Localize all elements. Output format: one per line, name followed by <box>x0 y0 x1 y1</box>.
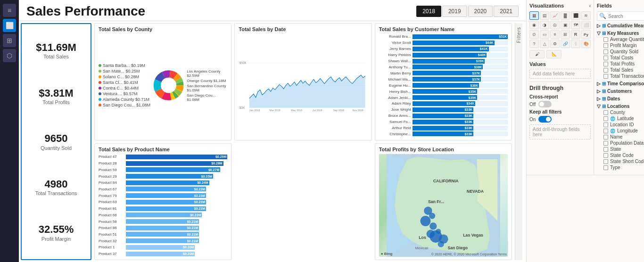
values-drop-zone[interactable]: Add data fields here <box>529 69 591 79</box>
field-longitude[interactable]: 🌐Longitude <box>603 128 644 134</box>
viz-icon-donut[interactable]: ◎ <box>550 21 560 29</box>
field-group-key-header[interactable]: ▽ ⊞ Key Measures <box>597 30 644 36</box>
viz-icon-py[interactable]: Py <box>581 30 591 39</box>
viz-icon-line[interactable]: 📈 <box>550 11 560 20</box>
field-qty-sold[interactable]: Quantity Sold <box>603 49 644 55</box>
field-state[interactable]: State <box>603 146 644 152</box>
drill-drop-zone[interactable]: Add drill-through fields here <box>529 124 591 139</box>
field-total-costs[interactable]: Total Costs <box>603 55 644 61</box>
viz-icon-area[interactable]: ▓ <box>561 11 570 20</box>
svg-text:Las Vegas: Las Vegas <box>463 232 483 237</box>
viz-icon-map[interactable]: 🗺 <box>571 21 580 29</box>
viz-icon-stacked[interactable]: ⬛ <box>571 11 580 20</box>
nav-icon-data[interactable]: ⊞ <box>3 34 16 47</box>
field-type[interactable]: Type <box>603 164 644 171</box>
viz-icon-bar[interactable]: ▦ <box>529 11 539 20</box>
page-header: Sales Performance 2018 2019 2020 2021 <box>19 0 526 21</box>
field-group-dates-header[interactable]: ▷ ⊞ Dates <box>597 96 644 102</box>
kpi-transactions-value: 4980 <box>27 178 85 190</box>
viz-icon-scatter[interactable]: ◉ <box>529 21 539 29</box>
legend-item-7: San Diego Cou... $1.08M <box>99 103 150 107</box>
year-btn-2020[interactable]: 2020 <box>468 6 493 17</box>
viz-icon-ribbon[interactable]: ≋ <box>581 11 591 20</box>
field-county[interactable]: County <box>603 109 644 115</box>
field-icon-table: ⊞ <box>602 23 606 28</box>
chart-customers-title: Total Sales by Customer Name <box>379 26 508 32</box>
field-state-short-code[interactable]: State Short Code <box>603 158 644 164</box>
viz-icon-funnel[interactable]: ⬜ <box>581 21 591 29</box>
viz-icon-r[interactable]: R <box>571 30 580 39</box>
viz-icon-treemap[interactable]: ▣ <box>561 21 570 29</box>
bar-row-12: Jose Wright$33K <box>379 107 508 113</box>
field-icon-table-2: ⊞ <box>602 31 606 36</box>
bar-row-5: Anthony Tu...$38K <box>379 65 508 70</box>
viz-icon-custom[interactable]: 🔗 <box>561 40 570 48</box>
field-profit-margin[interactable]: Profit Margin <box>603 42 644 49</box>
field-state-code[interactable]: State Code <box>603 152 644 158</box>
legend-item-6: Alameda County $0.71M <box>99 97 150 102</box>
field-total-transactions[interactable]: Total Transactions <box>603 73 644 79</box>
nav-icon-report[interactable]: ⬜ <box>3 19 16 32</box>
field-avg-qty[interactable]: Average Quantity <box>603 36 644 42</box>
year-btn-2021[interactable]: 2021 <box>494 6 519 17</box>
fields-search-input[interactable] <box>608 14 644 19</box>
format-btn[interactable]: 🖌 <box>529 50 545 58</box>
field-group-locations: ▽ ⊞ Locations County 🌐Latitude Location … <box>597 103 644 171</box>
globe-icon-long: 🌐 <box>610 129 615 133</box>
filters-panel[interactable]: Filters <box>515 23 522 260</box>
year-btn-2018[interactable]: 2018 <box>416 6 441 17</box>
viz-icon-card[interactable]: ▭ <box>540 30 549 39</box>
analytics-btn[interactable]: 📐 <box>546 50 561 58</box>
viz-icon-col[interactable]: ▤ <box>540 11 549 20</box>
field-group-locations-header[interactable]: ▽ ⊞ Locations <box>597 103 644 109</box>
prod-row-9: Product 66$0.22M <box>99 212 227 218</box>
field-group-cumulative-header[interactable]: ▷ ⊞ Cumulative Measures <box>597 23 644 29</box>
viz-icon-format[interactable]: 🎨 <box>581 40 591 48</box>
kpi-total-profits: $3.81M Total Profits <box>27 87 85 105</box>
field-total-profits[interactable]: Total Profits <box>603 61 644 67</box>
viz-icon-table[interactable]: ≡ <box>550 30 560 39</box>
kpi-total-sales: $11.69M Total Sales <box>27 41 85 59</box>
charts-grid: Total Sales by County Santa Barba... $0.… <box>94 23 512 260</box>
viz-icon-more[interactable]: ⋮ <box>571 40 580 48</box>
bar-row-8: Eugene Hu...$36K <box>379 82 508 88</box>
field-total-sales[interactable]: Total Sales <box>603 67 644 73</box>
viz-icon-key-inf[interactable]: ⚙ <box>550 40 560 48</box>
bar-row-1: Victor Scott$44K <box>379 40 508 46</box>
viz-icon-gauge[interactable]: ⊙ <box>529 30 539 39</box>
cross-report-toggle[interactable] <box>538 101 552 107</box>
viz-icon-pie[interactable]: ◑ <box>540 21 549 29</box>
map-copyright: © 2020 HERE, © 2020 Microsoft Corporatio… <box>431 253 507 256</box>
keep-filters-toggle[interactable] <box>538 116 552 123</box>
bar-row-11: Adam Riley$34K <box>379 101 508 106</box>
chart-products-body: Product 47$0.29M Product 28$0.28M Produc… <box>99 154 227 257</box>
year-btn-2019[interactable]: 2019 <box>442 6 467 17</box>
map-svg: NEVADA San Fr... Los San Diego Mexicali … <box>379 154 508 257</box>
bar-row-4: Shawn Wall...$39K <box>379 58 508 64</box>
kpi-margin-value: 32.55% <box>27 223 85 236</box>
viz-fields-top: Visualizations ‹ ▦ ▤ 📈 ▓ ⬛ ≋ ◉ ◑ ◎ ▣ 🗺 ⬜… <box>527 0 644 175</box>
kpi-panel: $11.69M Total Sales $3.81M Total Profits… <box>21 23 91 260</box>
fields-search-box[interactable]: 🔍 <box>597 11 644 21</box>
field-group-time-header[interactable]: ▷ ⊞ Time Comparison <box>597 81 644 87</box>
viz-chevron[interactable]: ‹ <box>589 3 591 8</box>
kpi-quantity-value: 9650 <box>27 132 85 145</box>
keep-filters-label: Keep all filters <box>529 109 591 115</box>
field-location-id[interactable]: Location ID <box>603 122 644 128</box>
nav-icon-1[interactable]: ≡ <box>3 4 16 17</box>
viz-icon-qna[interactable]: ? <box>529 40 539 48</box>
field-group-customers-header[interactable]: ▷ ⊞ Customers <box>597 88 644 94</box>
nav-icon-model[interactable]: ⬡ <box>3 49 16 62</box>
legend-item-2: Solano C... $0.28M <box>99 74 150 79</box>
kpi-quantity-label: Quantity Sold <box>27 145 85 151</box>
bar-row-15: Arthur Reid$33K <box>379 125 508 131</box>
viz-icons-grid: ▦ ▤ 📈 ▓ ⬛ ≋ ◉ ◑ ◎ ▣ 🗺 ⬜ ⊙ ▭ ≡ ⊞ R Py ? △ <box>529 11 591 48</box>
kpi-profit-margin: 32.55% Profit Margin <box>27 223 85 241</box>
chart-county-title: Total Sales by County <box>99 26 227 32</box>
viz-icon-decomp[interactable]: △ <box>540 40 549 48</box>
svg-point-31 <box>438 241 444 247</box>
field-name[interactable]: Name <box>603 134 644 140</box>
viz-icon-matrix[interactable]: ⊞ <box>561 30 570 39</box>
field-latitude[interactable]: 🌐Latitude <box>603 115 644 122</box>
field-population[interactable]: Population Data <box>603 140 644 146</box>
